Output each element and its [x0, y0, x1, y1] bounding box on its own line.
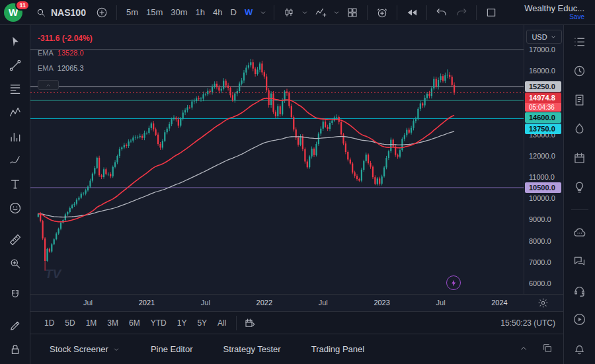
layout-select-button[interactable]: [482, 3, 500, 22]
undo-button[interactable]: [432, 3, 451, 22]
chevron-up-icon: [45, 82, 52, 89]
alerts-button[interactable]: [572, 63, 588, 79]
price-level-badge: 13750.0: [525, 124, 561, 134]
account-block[interactable]: Wealthy Educ... Save: [524, 3, 587, 22]
utc-clock[interactable]: 15:50:23 (UTC): [500, 318, 557, 328]
app-logo[interactable]: W 11: [4, 2, 28, 23]
undo-icon: [436, 7, 448, 18]
timeframe-menu-button[interactable]: [258, 3, 268, 22]
time-axis[interactable]: Jul2021Jul2022Jul2023Jul2024: [30, 294, 563, 311]
chevron-down-icon: [301, 9, 309, 17]
conversations-button[interactable]: [572, 254, 588, 269]
magnet-tool[interactable]: [7, 287, 23, 303]
toolbar-separator: [397, 5, 397, 20]
zoom-in-tool[interactable]: [7, 255, 23, 272]
drawing-toolbar: [0, 25, 30, 364]
timeframe-5m[interactable]: 5m: [122, 5, 142, 20]
hotlists-button[interactable]: [572, 122, 588, 137]
range-5y[interactable]: 5Y: [192, 316, 212, 330]
rewind-icon: [406, 7, 418, 18]
lock-tool[interactable]: [7, 341, 23, 357]
save-button[interactable]: Save: [569, 13, 584, 21]
time-tick: Jul: [83, 299, 93, 307]
price-axis[interactable]: USD 17000.016000.013000.012000.011000.01…: [524, 25, 563, 294]
brush-icon: [9, 154, 22, 167]
streams-button[interactable]: [572, 312, 588, 327]
text-tool[interactable]: [7, 176, 23, 192]
timeframe-1h[interactable]: 1h: [192, 5, 209, 20]
indicators-button[interactable]: [311, 3, 330, 22]
range-6m[interactable]: 6M: [124, 316, 145, 330]
time-tick: 2021: [139, 299, 155, 307]
last-price-badge: 14974.805:04:36: [525, 92, 561, 112]
bottom-panels-bar: Stock ScreenerPine EditorStrategy Tester…: [30, 334, 563, 364]
goto-date-button[interactable]: [242, 315, 258, 331]
forecast-tool[interactable]: [7, 128, 23, 145]
symbol-name: NAS100: [51, 7, 86, 18]
emoji-tool[interactable]: [7, 200, 23, 216]
notification-count-badge: 11: [15, 0, 30, 11]
compare-add-button[interactable]: [93, 3, 111, 22]
trend-line-tool[interactable]: [7, 57, 23, 73]
panel-trading-panel[interactable]: Trading Panel: [311, 344, 364, 354]
ruler-tool[interactable]: [7, 231, 23, 248]
edit-tool[interactable]: [7, 317, 23, 334]
brush-tool[interactable]: [7, 152, 23, 168]
legend-collapse-button[interactable]: [38, 80, 59, 90]
chart-region: -311.6 (-2.04%) EMA13528.0 EMA12065.3 TV…: [30, 25, 563, 364]
range-3m[interactable]: 3M: [102, 316, 123, 330]
range-ytd[interactable]: YTD: [146, 316, 171, 330]
cursor-tool[interactable]: [7, 33, 23, 50]
restore-window-button[interactable]: [542, 343, 553, 355]
ideas-button[interactable]: [572, 180, 588, 195]
cursor-icon: [9, 35, 22, 48]
layout-icon: [485, 7, 497, 18]
toolbar-separator: [367, 5, 368, 20]
ema-indicator-row-1[interactable]: EMA13528.0: [38, 50, 93, 57]
timeframe-30m[interactable]: 30m: [167, 5, 191, 20]
layout-grid-button[interactable]: [343, 3, 362, 22]
alarm-plus-icon: [376, 7, 388, 18]
fib-retracement-tool[interactable]: [7, 81, 23, 97]
ema-label: EMA: [38, 64, 54, 72]
watchlist-button[interactable]: [572, 34, 588, 50]
currency-select[interactable]: USD: [526, 30, 562, 44]
indicators-menu-button[interactable]: [331, 3, 342, 22]
chat-button[interactable]: [572, 225, 588, 240]
axis-settings-button[interactable]: [537, 297, 549, 309]
search-icon: [36, 7, 46, 18]
range-1m[interactable]: 1M: [81, 316, 102, 330]
timeframe-w[interactable]: W: [241, 5, 257, 20]
timeframe-d[interactable]: D: [227, 5, 241, 20]
bell-icon: [573, 342, 586, 355]
panel-stock-screener[interactable]: Stock Screener: [50, 344, 120, 354]
chart-canvas[interactable]: -311.6 (-2.04%) EMA13528.0 EMA12065.3 TV: [30, 25, 524, 294]
candlestick-chart[interactable]: [30, 25, 524, 294]
bell-button[interactable]: [572, 341, 588, 356]
chat-icon: [573, 225, 586, 239]
notebook-button[interactable]: [572, 92, 588, 108]
xabcd-pattern-tool[interactable]: [7, 104, 23, 121]
timeframe-15m[interactable]: 15m: [142, 5, 167, 20]
price-tick: 17000.0: [529, 46, 555, 54]
calendar-button[interactable]: [572, 151, 588, 166]
panel-pine-editor[interactable]: Pine Editor: [151, 344, 193, 354]
range-1d[interactable]: 1D: [40, 316, 59, 330]
chart-type-menu-button[interactable]: [299, 3, 310, 22]
collapse-panel-button[interactable]: [518, 343, 529, 355]
lightning-button[interactable]: [446, 275, 461, 290]
range-1y[interactable]: 1Y: [173, 316, 192, 330]
symbol-search-button[interactable]: NAS100: [30, 5, 91, 20]
range-5d[interactable]: 5D: [60, 316, 79, 330]
ema-indicator-row-2[interactable]: EMA12065.3: [38, 65, 93, 72]
panel-label: Pine Editor: [151, 344, 193, 354]
create-alert-button[interactable]: [373, 3, 391, 22]
redo-button[interactable]: [452, 3, 471, 22]
chart-type-button[interactable]: [280, 3, 298, 22]
support-button[interactable]: [572, 283, 588, 298]
timeframe-4h[interactable]: 4h: [209, 5, 226, 20]
range-all[interactable]: All: [213, 316, 231, 330]
toolbar-separator: [476, 5, 477, 20]
bar-replay-button[interactable]: [403, 3, 421, 22]
panel-strategy-tester[interactable]: Strategy Tester: [223, 344, 280, 354]
